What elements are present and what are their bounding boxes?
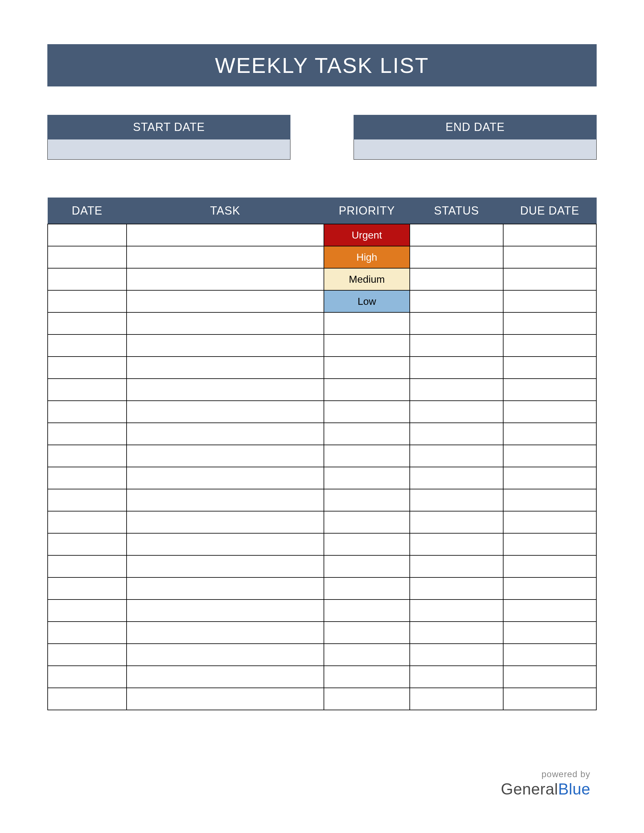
cell-date[interactable] bbox=[48, 290, 127, 312]
cell-due[interactable] bbox=[503, 577, 596, 600]
cell-priority[interactable] bbox=[324, 357, 410, 379]
cell-date[interactable] bbox=[48, 268, 127, 290]
cell-task[interactable] bbox=[127, 622, 324, 644]
cell-date[interactable] bbox=[48, 445, 127, 467]
cell-due[interactable] bbox=[503, 622, 596, 644]
cell-status[interactable] bbox=[410, 511, 503, 533]
cell-date[interactable] bbox=[48, 423, 127, 445]
cell-priority[interactable] bbox=[324, 423, 410, 445]
cell-priority[interactable] bbox=[324, 489, 410, 511]
cell-task[interactable] bbox=[127, 357, 324, 379]
cell-date[interactable] bbox=[48, 357, 127, 379]
end-date-input[interactable] bbox=[354, 140, 597, 160]
cell-priority[interactable] bbox=[324, 666, 410, 688]
cell-status[interactable] bbox=[410, 489, 503, 511]
cell-date[interactable] bbox=[48, 312, 127, 334]
cell-task[interactable] bbox=[127, 666, 324, 688]
cell-status[interactable] bbox=[410, 224, 503, 246]
cell-date[interactable] bbox=[48, 401, 127, 423]
cell-due[interactable] bbox=[503, 445, 596, 467]
cell-task[interactable] bbox=[127, 224, 324, 246]
cell-due[interactable] bbox=[503, 533, 596, 555]
cell-task[interactable] bbox=[127, 290, 324, 312]
cell-task[interactable] bbox=[127, 312, 324, 334]
cell-due[interactable] bbox=[503, 467, 596, 489]
cell-priority[interactable] bbox=[324, 312, 410, 334]
cell-date[interactable] bbox=[48, 467, 127, 489]
cell-task[interactable] bbox=[127, 533, 324, 555]
cell-priority[interactable] bbox=[324, 688, 410, 710]
cell-date[interactable] bbox=[48, 379, 127, 401]
cell-due[interactable] bbox=[503, 224, 596, 246]
cell-priority[interactable] bbox=[324, 577, 410, 600]
cell-status[interactable] bbox=[410, 423, 503, 445]
cell-priority[interactable] bbox=[324, 445, 410, 467]
cell-date[interactable] bbox=[48, 224, 127, 246]
cell-task[interactable] bbox=[127, 644, 324, 666]
cell-task[interactable] bbox=[127, 401, 324, 423]
cell-status[interactable] bbox=[410, 600, 503, 622]
cell-status[interactable] bbox=[410, 379, 503, 401]
cell-status[interactable] bbox=[410, 555, 503, 577]
cell-date[interactable] bbox=[48, 533, 127, 555]
cell-task[interactable] bbox=[127, 379, 324, 401]
cell-priority[interactable] bbox=[324, 379, 410, 401]
cell-due[interactable] bbox=[503, 555, 596, 577]
cell-status[interactable] bbox=[410, 688, 503, 710]
cell-due[interactable] bbox=[503, 379, 596, 401]
cell-priority[interactable]: High bbox=[324, 246, 410, 268]
cell-status[interactable] bbox=[410, 445, 503, 467]
cell-priority[interactable] bbox=[324, 334, 410, 357]
cell-due[interactable] bbox=[503, 334, 596, 357]
cell-task[interactable] bbox=[127, 268, 324, 290]
cell-status[interactable] bbox=[410, 268, 503, 290]
cell-status[interactable] bbox=[410, 246, 503, 268]
cell-date[interactable] bbox=[48, 644, 127, 666]
cell-priority[interactable] bbox=[324, 401, 410, 423]
cell-due[interactable] bbox=[503, 644, 596, 666]
cell-priority[interactable]: Urgent bbox=[324, 224, 410, 246]
cell-due[interactable] bbox=[503, 688, 596, 710]
cell-date[interactable] bbox=[48, 666, 127, 688]
cell-date[interactable] bbox=[48, 246, 127, 268]
cell-task[interactable] bbox=[127, 555, 324, 577]
cell-status[interactable] bbox=[410, 312, 503, 334]
cell-status[interactable] bbox=[410, 622, 503, 644]
cell-status[interactable] bbox=[410, 357, 503, 379]
cell-due[interactable] bbox=[503, 423, 596, 445]
cell-status[interactable] bbox=[410, 666, 503, 688]
cell-due[interactable] bbox=[503, 268, 596, 290]
cell-due[interactable] bbox=[503, 489, 596, 511]
cell-due[interactable] bbox=[503, 600, 596, 622]
cell-priority[interactable]: Medium bbox=[324, 268, 410, 290]
cell-status[interactable] bbox=[410, 577, 503, 600]
cell-task[interactable] bbox=[127, 467, 324, 489]
cell-priority[interactable] bbox=[324, 622, 410, 644]
cell-status[interactable] bbox=[410, 401, 503, 423]
cell-priority[interactable] bbox=[324, 644, 410, 666]
cell-priority[interactable] bbox=[324, 533, 410, 555]
cell-date[interactable] bbox=[48, 334, 127, 357]
cell-status[interactable] bbox=[410, 334, 503, 357]
cell-due[interactable] bbox=[503, 357, 596, 379]
cell-date[interactable] bbox=[48, 688, 127, 710]
cell-priority[interactable] bbox=[324, 600, 410, 622]
cell-due[interactable] bbox=[503, 666, 596, 688]
cell-date[interactable] bbox=[48, 600, 127, 622]
cell-task[interactable] bbox=[127, 688, 324, 710]
cell-date[interactable] bbox=[48, 555, 127, 577]
cell-task[interactable] bbox=[127, 489, 324, 511]
cell-date[interactable] bbox=[48, 489, 127, 511]
cell-status[interactable] bbox=[410, 467, 503, 489]
cell-task[interactable] bbox=[127, 246, 324, 268]
cell-due[interactable] bbox=[503, 401, 596, 423]
cell-priority[interactable] bbox=[324, 467, 410, 489]
cell-status[interactable] bbox=[410, 644, 503, 666]
start-date-input[interactable] bbox=[47, 140, 290, 160]
cell-task[interactable] bbox=[127, 334, 324, 357]
cell-task[interactable] bbox=[127, 423, 324, 445]
cell-due[interactable] bbox=[503, 246, 596, 268]
cell-date[interactable] bbox=[48, 622, 127, 644]
cell-priority[interactable] bbox=[324, 511, 410, 533]
cell-priority[interactable]: Low bbox=[324, 290, 410, 312]
